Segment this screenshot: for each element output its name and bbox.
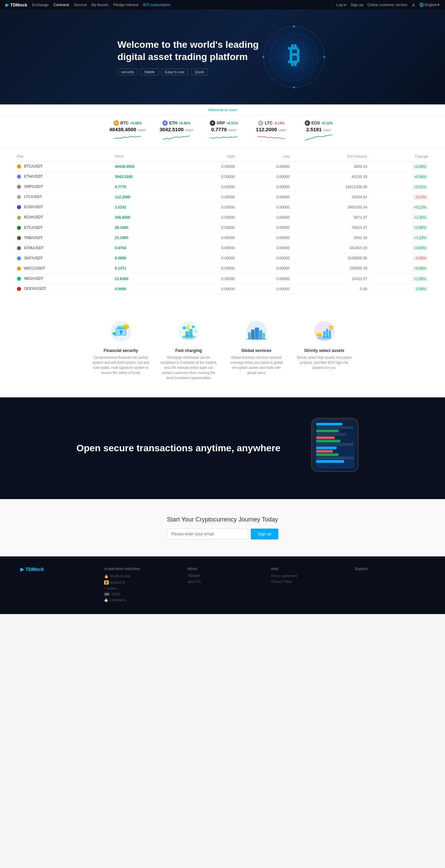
market-table: Pair Price High Low 24H Volume Change BT… bbox=[14, 152, 431, 294]
footer-links-title: links bbox=[271, 567, 341, 571]
table-row[interactable]: IOTA/USDT 0.6764 0.00000 0.00000 441453.… bbox=[14, 243, 431, 253]
table-row[interactable]: LTC/USDT 112.2000 0.00000 0.00000 34534.… bbox=[14, 192, 431, 202]
nav-pledge[interactable]: Pledge Interest bbox=[113, 3, 138, 7]
footer-cakenama[interactable]: 🎂 Cakenama bbox=[104, 598, 174, 602]
footer-partners-col: cooperative institution 🔥 HuoBi Global B… bbox=[104, 567, 174, 604]
phone-shape bbox=[311, 418, 359, 472]
signup-section: Start Your Cryptocurrency Journey Today … bbox=[0, 499, 445, 556]
svg-point-9 bbox=[293, 86, 295, 88]
signup-button[interactable]: Sign up bbox=[251, 529, 278, 539]
ticker-btc[interactable]: B BTC +0.06% 40438.4500 USDT bbox=[109, 120, 146, 143]
phone-row-3 bbox=[316, 430, 339, 432]
table-row[interactable]: WICC/USDT 0.1371 0.00000 0.00000 238388.… bbox=[14, 263, 431, 273]
footer-okex[interactable]: OK OKEX bbox=[104, 592, 174, 596]
feature-charging: Fast charging Recharge withdrawal can be… bbox=[155, 314, 223, 384]
assets-icon-area bbox=[296, 318, 353, 345]
phone-row-6 bbox=[316, 440, 341, 442]
col-change: Change bbox=[370, 152, 431, 161]
ticker-xrp[interactable]: ✕ XRP +0.31% 0.7770 USDT bbox=[207, 120, 241, 143]
phone-mockup bbox=[301, 418, 369, 479]
email-input[interactable] bbox=[167, 529, 248, 539]
footer-privacy[interactable]: Privacy Policy bbox=[271, 580, 341, 584]
assets-title: Strictly select assets bbox=[296, 348, 353, 353]
financial-security-icon: $ bbox=[109, 319, 133, 343]
charging-desc: Recharge withdrawal can be completed in … bbox=[160, 355, 218, 380]
signup-btn[interactable]: Sign up bbox=[351, 3, 363, 7]
nav-ieo[interactable]: IEO subscription bbox=[143, 3, 170, 7]
hero-title: Welcome to the world's leading digital a… bbox=[118, 39, 260, 63]
phone-row-11 bbox=[316, 457, 353, 459]
svg-rect-40 bbox=[252, 331, 253, 331]
table-row[interactable]: TRB/USDT 21.1883 0.00000 0.00000 2592.18… bbox=[14, 233, 431, 243]
charging-icon-area bbox=[160, 318, 218, 345]
svg-rect-37 bbox=[263, 333, 265, 339]
bitcoin-globe-icon: ₿ bbox=[260, 23, 328, 91]
btc-icon: B bbox=[114, 120, 119, 126]
financial-icon-area: $ bbox=[92, 318, 150, 345]
footer-tmmmp[interactable]: TMMMP bbox=[187, 574, 258, 578]
hero-graphic: ₿ bbox=[260, 23, 328, 91]
footer-partners-title: cooperative institution bbox=[104, 567, 174, 571]
feature-financial: $ Financial security Comprehensive finan… bbox=[87, 314, 155, 384]
global-title: Global services bbox=[228, 348, 285, 353]
table-row[interactable]: ETH/USDT 3042.5100 0.00000 0.00000 43139… bbox=[14, 172, 431, 182]
col-pair: Pair bbox=[14, 152, 112, 161]
svg-rect-39 bbox=[250, 333, 251, 334]
signup-form: Sign up bbox=[7, 529, 438, 539]
market-table-section: Pair Price High Low 24H Volume Change BT… bbox=[0, 148, 445, 301]
phone-row-12 bbox=[316, 460, 344, 463]
customer-service-btn[interactable]: Online customer service bbox=[367, 3, 407, 7]
xrp-sparkline bbox=[210, 134, 237, 142]
table-row[interactable]: NEO/USDT 21.6300 0.00000 0.00000 13410.2… bbox=[14, 274, 431, 284]
badge-easy: Easy to use bbox=[161, 68, 188, 75]
svg-rect-50 bbox=[329, 330, 331, 338]
svg-point-47 bbox=[317, 333, 322, 335]
svg-point-30 bbox=[195, 330, 197, 332]
navbar: ▶ TDMock Exchange Contracts Second My As… bbox=[0, 0, 445, 9]
footer-support-title: Support bbox=[355, 567, 425, 571]
phone-row-10 bbox=[316, 453, 339, 456]
print-icon: 🖨 bbox=[411, 3, 415, 7]
language-selector[interactable]: 🌐 English ▾ bbox=[419, 3, 440, 7]
svg-text:₿: ₿ bbox=[288, 42, 300, 68]
cta-section: Open secure transactions anytime, anywhe… bbox=[0, 397, 445, 499]
signup-title: Start Your Cryptocurrency Journey Today bbox=[7, 516, 438, 523]
svg-rect-42 bbox=[246, 339, 267, 340]
nav-contracts[interactable]: Contracts bbox=[54, 3, 69, 7]
ticker-ltc[interactable]: L LTC -0.14% 112.2000 USDT bbox=[254, 120, 288, 143]
footer-binance[interactable]: B BINANCE bbox=[104, 580, 174, 585]
svg-rect-41 bbox=[253, 331, 254, 331]
table-row[interactable]: BCH/USDT 345.8300 0.00000 0.00000 5971.0… bbox=[14, 212, 431, 222]
footer-kraken[interactable]: ~ kraken bbox=[104, 587, 174, 590]
ticker-eos[interactable]: E EOS +5.12% 2.5191 USDT bbox=[302, 120, 336, 143]
ltc-sparkline bbox=[258, 134, 285, 142]
ticker-eth[interactable]: E ETH +0.46% 3042.5100 USDT bbox=[159, 120, 193, 143]
svg-rect-36 bbox=[259, 330, 262, 339]
svg-point-21 bbox=[113, 332, 116, 335]
footer-about-us[interactable]: about Us bbox=[187, 580, 258, 584]
table-row[interactable]: ETC/USDT 38.1860 0.00000 0.00000 76914.3… bbox=[14, 222, 431, 233]
strictly-select-icon bbox=[312, 319, 336, 343]
nav-second[interactable]: Second bbox=[74, 3, 87, 7]
login-btn[interactable]: Log In bbox=[336, 3, 347, 7]
svg-point-10 bbox=[262, 56, 264, 58]
footer-huobi[interactable]: 🔥 HuoBi Global bbox=[104, 574, 174, 578]
footer-about-col: About TMMMP about Us bbox=[187, 567, 258, 604]
table-row[interactable]: EOS/USDT 2.5191 0.00000 0.00000 3961835.… bbox=[14, 202, 431, 212]
nav-exchange[interactable]: Exchange bbox=[32, 3, 49, 7]
svg-rect-26 bbox=[185, 331, 189, 337]
footer-terms[interactable]: Terms agreement bbox=[271, 574, 341, 578]
table-row[interactable]: BTC/USDT 40438.4500 0.00000 0.00000 3809… bbox=[14, 161, 431, 172]
logo[interactable]: ▶ TDMock bbox=[5, 2, 27, 7]
svg-point-7 bbox=[293, 25, 295, 27]
feature-assets: Strictly select assets Strictly select h… bbox=[290, 314, 358, 384]
nav-myassets[interactable]: My Assets bbox=[92, 3, 108, 7]
hero-content: Welcome to the world's leading digital a… bbox=[118, 39, 260, 76]
financial-title: Financial security bbox=[92, 348, 150, 353]
features-section: $ Financial security Comprehensive finan… bbox=[0, 301, 445, 397]
table-row[interactable]: OOCK/USDT 0.0000 0.00000 0.00000 0.00 0.… bbox=[14, 284, 431, 294]
table-row[interactable]: XRP/USDT 0.7770 0.00000 0.00000 19411336… bbox=[14, 182, 431, 192]
svg-rect-35 bbox=[255, 328, 259, 339]
navbar-left: ▶ TDMock Exchange Contracts Second My As… bbox=[5, 2, 170, 7]
table-row[interactable]: SNT/USDT 0.0680 0.00000 0.00000 3169956.… bbox=[14, 253, 431, 263]
